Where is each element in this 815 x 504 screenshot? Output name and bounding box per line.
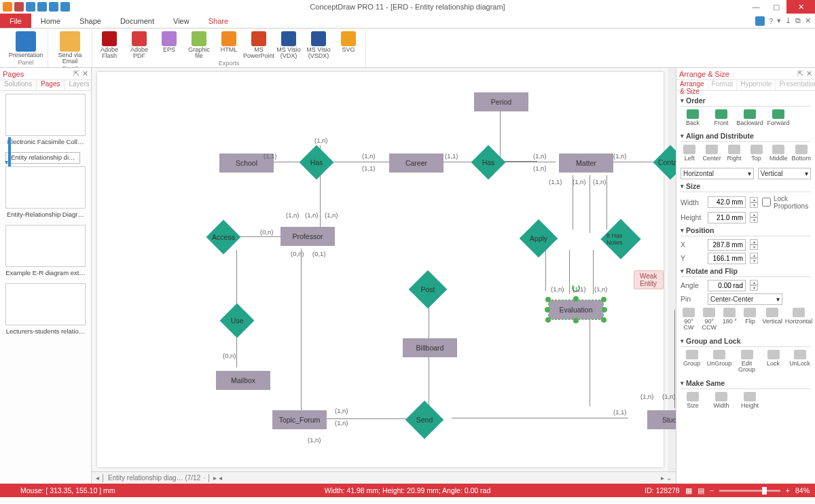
relation-post[interactable]: Post	[414, 276, 441, 303]
menu-tab-shape[interactable]: Shape	[70, 14, 111, 28]
help-icon[interactable]: ?	[769, 17, 773, 25]
cloud-icon[interactable]	[755, 16, 765, 26]
entity-matter[interactable]: Matter	[559, 154, 613, 173]
lock-proportions-checkbox[interactable]: Lock Proportions	[762, 195, 785, 210]
export-graphic-button[interactable]: Graphic file	[186, 30, 212, 60]
export-vsdx-button[interactable]: MS Visio (VSDX)	[306, 30, 331, 60]
unlock-button[interactable]: UnLock	[789, 350, 811, 374]
makesame-width-button[interactable]: Width	[709, 392, 734, 409]
page-thumb[interactable]: ▾Entity relationship diagram	[5, 152, 80, 164]
align-right-button[interactable]: Right	[725, 145, 744, 162]
status-grid-icon[interactable]: ▤	[698, 486, 704, 494]
relation-use[interactable]: Use	[225, 308, 249, 333]
hscroll-right-icon[interactable]: ▸ ⌄	[661, 474, 672, 482]
relation-access[interactable]: Access	[211, 225, 236, 249]
minimize-button[interactable]: —	[746, 0, 766, 14]
x-input[interactable]	[708, 239, 746, 251]
section-group[interactable]: Group and Lock	[681, 337, 811, 347]
menu-caret-icon[interactable]: ▾	[777, 16, 781, 25]
group-button[interactable]: Group	[681, 350, 703, 374]
relation-contain[interactable]: Contain	[658, 150, 676, 175]
qat-icon[interactable]	[3, 2, 12, 12]
menu-tab-document[interactable]: Document	[111, 14, 164, 28]
export-svg-button[interactable]: SVG	[336, 30, 361, 60]
align-bottom-button[interactable]: Bottom	[791, 145, 811, 162]
tab-pages[interactable]: Pages	[37, 80, 65, 90]
menu-tab-view[interactable]: View	[164, 14, 199, 28]
order-front-button[interactable]: Front	[709, 109, 734, 126]
section-rotate[interactable]: Rotate and Flip	[681, 267, 811, 277]
tab-presentation[interactable]: Presentation	[776, 80, 815, 90]
tab-layers[interactable]: Layers	[65, 80, 94, 90]
doc-minimize-icon[interactable]: ⤓	[785, 16, 791, 25]
doc-restore-icon[interactable]: ⧉	[795, 16, 801, 25]
lock-button[interactable]: Lock	[762, 350, 784, 374]
entity-professor[interactable]: Professor	[280, 227, 335, 246]
angle-input[interactable]	[708, 280, 746, 291]
distribute-vertical-select[interactable]: Vertical▾	[758, 168, 811, 179]
rot-90cw-button[interactable]: 90° CW	[681, 308, 697, 331]
doc-close-icon[interactable]: ✕	[805, 16, 811, 25]
entity-period[interactable]: Period	[474, 92, 528, 111]
align-middle-button[interactable]: Middle	[769, 145, 788, 162]
rot-180-button[interactable]: 180 °	[721, 308, 738, 331]
order-backward-button[interactable]: Backward	[738, 109, 762, 126]
file-tab[interactable]: File	[0, 14, 31, 28]
tab-format[interactable]: Format	[708, 80, 738, 90]
tabstrip-prev[interactable]: ◂ │	[96, 474, 105, 482]
presentation-button[interactable]: Presentation	[8, 30, 43, 58]
entity-career[interactable]: Career	[389, 154, 443, 173]
qat-icon[interactable]	[14, 2, 24, 12]
menu-tab-share[interactable]: Share	[199, 14, 238, 28]
width-input[interactable]	[708, 196, 746, 208]
zoom-out-button[interactable]: −	[710, 486, 714, 494]
order-forward-button[interactable]: Forward	[766, 109, 791, 126]
thumb-list[interactable]: Electronic Facsimile Coll… ▾Entity relat…	[0, 91, 91, 484]
zoom-in-button[interactable]: +	[786, 486, 790, 494]
entity-topic-forum[interactable]: Topic_Forum	[272, 410, 327, 429]
entity-mailbox[interactable]: Mailbox	[216, 371, 270, 390]
canvas-wrap[interactable]: School Period Career Matter Bibliography…	[92, 68, 676, 471]
page-thumb[interactable]: Example E-R diagram ext…	[5, 225, 86, 281]
export-flash-button[interactable]: Adobe Flash	[96, 30, 122, 60]
makesame-size-button[interactable]: Size	[681, 392, 705, 409]
tabstrip-next[interactable]: · │ ▸ ◂	[203, 474, 221, 482]
ungroup-button[interactable]: UnGroup	[707, 350, 731, 374]
maximize-button[interactable]: ▢	[766, 0, 786, 14]
print-icon[interactable]	[60, 2, 70, 12]
export-html-button[interactable]: HTML	[216, 30, 242, 60]
close-pane-icon[interactable]: ✕	[806, 69, 812, 78]
undo-icon[interactable]	[26, 2, 35, 12]
section-size[interactable]: Size	[681, 182, 811, 192]
close-pane-icon[interactable]: ✕	[82, 69, 88, 78]
pin-icon[interactable]: ⇱	[797, 69, 803, 78]
page-thumb[interactable]: Entity-Relationship Diagr…	[5, 166, 86, 222]
export-pdf-button[interactable]: Adobe PDF	[126, 30, 152, 60]
pin-icon[interactable]: ⇱	[73, 69, 79, 78]
save-icon[interactable]	[49, 2, 58, 12]
close-button[interactable]: ✕	[786, 0, 815, 14]
flip-button[interactable]: Flip	[742, 308, 758, 331]
order-back-button[interactable]: Back	[681, 109, 705, 126]
export-ppt-button[interactable]: MS PowerPoint	[246, 30, 272, 60]
height-input[interactable]	[708, 212, 746, 223]
zoom-slider[interactable]	[719, 490, 780, 492]
status-layers-icon[interactable]: ▦	[685, 486, 692, 494]
page-thumb[interactable]: Electronic Facsimile Coll…	[5, 94, 86, 149]
rot-90ccw-button[interactable]: 90° CCW	[701, 308, 717, 331]
spin-up[interactable]: ▴	[750, 197, 758, 202]
entity-evaluation[interactable]: Evaluation	[549, 300, 603, 319]
relation-it-has-notes[interactable]: It Has Notes	[606, 225, 635, 253]
pin-select[interactable]: Center-Center▾	[708, 293, 782, 305]
tabstrip-label[interactable]: Entity relationship diag… (7/12	[108, 474, 200, 482]
export-vdx-button[interactable]: MS Visio (VDX)	[276, 30, 302, 60]
tab-solutions[interactable]: Solutions	[0, 80, 37, 90]
relation-apply[interactable]: Apply	[525, 225, 552, 252]
section-makesame[interactable]: Make Same	[681, 379, 811, 389]
redo-icon[interactable]	[37, 2, 47, 12]
relation-send[interactable]: Send	[411, 406, 438, 433]
menu-tab-home[interactable]: Home	[31, 14, 70, 28]
y-input[interactable]	[708, 253, 746, 264]
align-left-button[interactable]: Left	[681, 145, 699, 162]
tab-hypernote[interactable]: Hypernote	[737, 80, 776, 90]
